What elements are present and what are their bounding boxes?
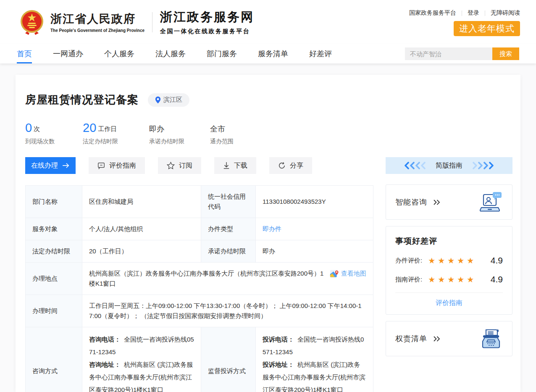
simple-guide-banner[interactable]: 简版指南	[386, 157, 512, 174]
star-filled-icon: ★★★★★	[428, 276, 476, 284]
row-label: 咨询方式	[26, 327, 82, 392]
stat-visits: 0 次 到现场次数	[25, 120, 83, 145]
table-row-department: 部门名称 区住房和城建局 统一社会信用代码 11330108002493523Y	[26, 186, 373, 218]
gov-name: 浙江省人民政府	[50, 11, 145, 26]
nav-item-one-net[interactable]: 一网通办	[53, 44, 83, 63]
stat-value: 20	[83, 122, 96, 134]
row-value: 区住房和城建局	[82, 186, 201, 218]
gov-name-en: The People's Government of Zhejiang Prov…	[50, 28, 145, 33]
double-chevron-icon	[433, 336, 441, 342]
row-label: 法定办结时限	[26, 240, 82, 263]
stat-legal-limit: 20 工作日 法定办结时限	[83, 120, 149, 145]
row-label: 服务对象	[26, 218, 82, 240]
service-detail-card: 房屋租赁情况登记备案 滨江区 0 次 到现场次数 20 工作日 法定办结时限	[16, 75, 520, 392]
table-row-time-limit: 法定办结时限 20（工作日） 承诺办结时限 即办	[26, 240, 373, 263]
share-label: 分享	[290, 161, 303, 170]
rating-score: 4.9	[491, 274, 503, 284]
smart-consult-icon	[478, 192, 503, 213]
rating-score: 4.9	[491, 255, 503, 266]
download-label: 下载	[234, 161, 247, 170]
row-label: 监督投诉方式	[201, 327, 256, 392]
row-value: 个人/法人/其他组织	[82, 218, 201, 240]
nav-item-rating[interactable]: 好差评	[309, 44, 332, 63]
rating-row-guide: 指南评价: ★★★★★ 4.9	[395, 274, 503, 284]
table-row-audience: 服务对象 个人/法人/其他组织 办件类型 即办件	[26, 218, 373, 240]
stat-label: 通办范围	[210, 138, 234, 145]
star-outline-icon	[167, 162, 175, 169]
chevrons-left-icon	[403, 162, 426, 169]
separator	[462, 11, 462, 16]
row-label: 办件类型	[201, 218, 256, 240]
table-row-hours: 办理时间 工作日周一至周五：上午09:00-12:00 下午13:30-17:0…	[26, 295, 373, 327]
online-apply-button[interactable]: 在线办理	[25, 157, 76, 174]
office-hours: 工作日周一至周五：上午09:00-12:00 下午13:30-17:00（冬令时…	[82, 295, 373, 327]
nav-item-department[interactable]: 部门服务	[207, 44, 237, 63]
rating-guide-label: 评价指南	[109, 161, 136, 170]
row-value: 20（工作日）	[82, 240, 201, 263]
rating-guide-button[interactable]: 评价指南	[89, 157, 145, 174]
chevrons-right-icon	[472, 162, 495, 169]
search-button[interactable]: 搜索	[492, 47, 519, 60]
search-box: 搜索	[405, 47, 519, 60]
stat-unit: 工作日	[98, 125, 117, 134]
site-name: 浙江政务服务网	[160, 9, 254, 26]
district-badge[interactable]: 滨江区	[148, 93, 189, 107]
complaint-address: 投诉地址：杭州高新区 (滨江)政务服务中心江南办事服务大厅(杭州市滨江区泰安路2…	[263, 358, 366, 392]
subscribe-label: 订阅	[179, 161, 192, 170]
location-pin-icon	[155, 96, 161, 104]
table-row-location: 办理地点 杭州高新区（滨江）政务服务中心江南办事服务大厅（杭州市滨江区泰安路20…	[26, 263, 373, 295]
duty-list-label: 权责清单	[395, 334, 427, 344]
link-login[interactable]: 登录	[468, 9, 479, 17]
logo-divider	[152, 12, 152, 32]
nav-item-personal[interactable]: 个人服务	[104, 44, 134, 63]
site-logo-text: 浙江政务服务网 全国一体化在线政务服务平台	[160, 9, 254, 35]
search-input[interactable]	[405, 47, 492, 60]
elder-mode-button[interactable]: 进入老年模式	[454, 21, 520, 36]
nav-item-service-list[interactable]: 服务清单	[258, 44, 288, 63]
rating-guide-link[interactable]: 评价指南	[395, 299, 503, 308]
site-subtitle: 全国一体化在线政务服务平台	[160, 28, 254, 35]
stat-label: 到现场次数	[25, 138, 83, 145]
view-map-link[interactable]: 查看地图	[330, 268, 366, 279]
map-icon	[330, 269, 339, 278]
share-button[interactable]: 分享	[269, 157, 312, 174]
stat-value: 全市	[210, 125, 225, 134]
main-nav: 首页 一网通办 个人服务 法人服务 部门服务 服务清单 好差评 搜索	[0, 44, 536, 63]
view-map-label: 查看地图	[341, 268, 366, 279]
row-label: 统一社会信用代码	[201, 186, 256, 218]
share-icon	[278, 162, 286, 169]
simple-guide-label: 简版指南	[436, 161, 462, 170]
stat-value: 即办	[149, 125, 164, 134]
smart-consult-card[interactable]: 智能咨询	[386, 184, 512, 220]
table-row-contact: 咨询方式 咨询电话：全国统一咨询投诉热线0571-12345 咨询地址：杭州高新…	[26, 327, 373, 392]
stat-label: 承诺办结时限	[149, 138, 210, 145]
online-apply-label: 在线办理	[31, 161, 58, 170]
stats-row: 0 次 到现场次数 20 工作日 法定办结时限 即办 承诺办结时限 全市 通办范…	[25, 120, 512, 145]
instant-type-link[interactable]: 即办件	[263, 225, 281, 232]
divider	[395, 292, 503, 293]
row-label: 部门名称	[26, 186, 82, 218]
office-address: 杭州高新区（滨江）政务服务中心江南办事服务大厅（杭州市滨江区泰安路200号）1楼…	[89, 268, 324, 289]
service-info-table: 部门名称 区住房和城建局 统一社会信用代码 11330108002493523Y…	[25, 185, 373, 392]
duty-list-icon	[479, 329, 503, 349]
nav-item-home[interactable]: 首页	[17, 44, 32, 63]
subscribe-button[interactable]: 订阅	[158, 157, 201, 174]
rating-row-handling: 办件评价: ★★★★★ 4.9	[395, 255, 503, 266]
rating-card: 事项好差评 办件评价: ★★★★★ 4.9 指南评价: ★★★★★ 4.9 评价…	[386, 226, 512, 315]
site-header: 浙江省人民政府 The People's Government of Zheji…	[0, 0, 536, 44]
row-label: 办理地点	[26, 263, 82, 295]
link-accessibility[interactable]: 无障碍阅读	[491, 9, 520, 17]
sidebar: 简版指南 智能咨询	[386, 157, 512, 392]
link-national-platform[interactable]: 国家政务服务平台	[409, 9, 456, 17]
double-chevron-icon	[433, 199, 441, 205]
district-name: 滨江区	[163, 96, 182, 104]
download-button[interactable]: 下载	[214, 157, 256, 174]
stat-unit: 次	[34, 125, 40, 134]
smart-consult-label: 智能咨询	[395, 197, 427, 207]
national-emblem-icon	[19, 9, 45, 35]
header-top-links: 国家政务服务平台 登录 无障碍阅读	[409, 9, 520, 17]
duty-list-card[interactable]: 权责清单	[386, 321, 512, 356]
star-filled-icon: ★★★★★	[428, 257, 476, 265]
row-label: 办理时间	[26, 295, 82, 327]
nav-item-legal[interactable]: 法人服务	[155, 44, 186, 63]
